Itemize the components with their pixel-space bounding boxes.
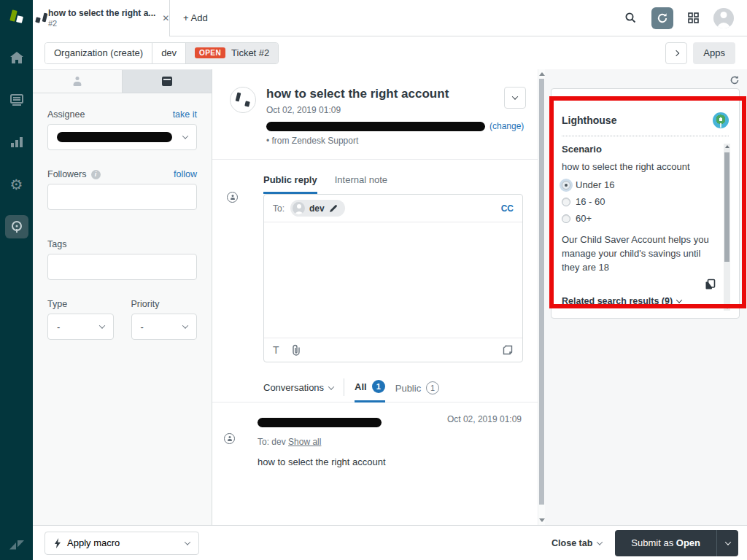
type-label: Type (47, 299, 67, 309)
close-tab-dropdown[interactable]: Close tab (551, 538, 602, 548)
scroll-down-icon[interactable] (725, 306, 729, 309)
copy-icon[interactable] (705, 279, 716, 290)
search-icon[interactable] (624, 12, 637, 24)
reply-editor: To: dev CC T (263, 194, 523, 362)
app-scrollbar[interactable] (724, 144, 730, 311)
ticket-main: how to select the right account Oct 02, … (212, 69, 538, 525)
chevron-right-icon (673, 50, 679, 55)
nav-reports[interactable] (5, 131, 28, 154)
grid-apps-icon[interactable] (688, 12, 699, 23)
ticket-label: Ticket #2 (231, 47, 269, 58)
gear-icon: ⚙ (10, 177, 23, 192)
scenario-text: how to select the right account (562, 161, 716, 172)
zendesk-product-logo (0, 0, 33, 33)
refresh-icon (657, 12, 668, 24)
text-format-icon[interactable]: T (273, 344, 279, 356)
conversations-dropdown[interactable]: Conversations (263, 382, 333, 402)
scrollbar-thumb[interactable] (724, 152, 729, 262)
to-label: To: (273, 203, 285, 214)
breadcrumb-ticket[interactable]: OPEN Ticket #2 (185, 43, 278, 63)
zendesk-logo-icon (9, 9, 25, 25)
age-options: Under 16 16 - 60 60+ (562, 179, 716, 224)
tab-all-conversations[interactable]: All 1 (355, 380, 385, 402)
nav-settings[interactable]: ⚙ (5, 173, 28, 196)
scenario-label: Scenario (562, 144, 716, 155)
zendesk-z-logo (9, 540, 24, 550)
refresh-button[interactable] (651, 7, 673, 29)
nav-home[interactable] (5, 46, 28, 69)
add-tab-button[interactable]: + Add (183, 12, 208, 23)
show-all-link[interactable]: Show all (288, 437, 321, 447)
app-scroll-area: Scenario how to select the right account… (562, 144, 729, 306)
reply-textarea[interactable] (264, 222, 522, 338)
ticket-brand-avatar (230, 87, 256, 113)
bottom-bar: Apply macro Close tab Submit as Open (33, 525, 747, 560)
chevron-down-icon (597, 539, 603, 545)
divider (344, 378, 344, 396)
follow-link[interactable]: follow (174, 169, 197, 179)
radio-60-plus[interactable]: 60+ (562, 213, 716, 224)
tab-public-conversations[interactable]: Public 1 (395, 381, 439, 402)
pencil-icon (329, 204, 338, 213)
apps-toolbar-icon[interactable] (502, 344, 514, 356)
chevron-down-icon (182, 133, 188, 139)
assignee-select[interactable] (47, 124, 197, 150)
scroll-up-icon[interactable] (539, 72, 545, 76)
scrollbar-thumb[interactable] (539, 79, 544, 505)
home-icon (10, 52, 23, 63)
breadcrumb-requester[interactable]: dev (152, 43, 185, 63)
breadcrumb: Organization (create) dev OPEN Ticket #2 (44, 42, 279, 64)
tags-input[interactable] (47, 254, 197, 280)
radio-icon (562, 198, 570, 206)
followers-input[interactable] (47, 184, 197, 210)
related-results-link[interactable]: Related search results (9) (562, 296, 716, 306)
tab-internal-note[interactable]: Internal note (335, 174, 387, 194)
chevron-down-icon (328, 384, 334, 389)
recipient-name: dev (309, 203, 325, 214)
person-icon (73, 77, 82, 86)
type-select[interactable]: - (47, 314, 114, 340)
message-to-line: To: dev (258, 437, 286, 447)
reply-tabs: Public reply Internal note (263, 174, 523, 194)
collapse-panel-button[interactable] (665, 42, 687, 64)
apply-macro-label: Apply macro (67, 537, 120, 548)
zendesk-app: ⚙ how to select the right a... #2 ✕ + Ad… (0, 0, 747, 560)
sidebar-tab-ticket-fields[interactable] (123, 70, 212, 93)
tab-close-icon[interactable]: ✕ (162, 13, 169, 23)
nav-apps-selected[interactable] (5, 215, 28, 238)
main-scrollbar[interactable] (538, 69, 545, 525)
radio-under-16[interactable]: Under 16 (562, 179, 716, 190)
apps-toggle-button[interactable]: Apps (693, 42, 735, 64)
submit-status: Open (676, 537, 700, 548)
submit-options-button[interactable] (716, 530, 738, 556)
submit-as-open-button[interactable]: Submit as Open (615, 530, 716, 556)
ticket-actions-button[interactable] (504, 87, 526, 109)
cc-link[interactable]: CC (501, 203, 514, 214)
open-ticket-tab[interactable]: how to select the right a... #2 ✕ (33, 0, 170, 36)
breadcrumb-organization[interactable]: Organization (create) (45, 43, 152, 63)
recipient-pill[interactable]: dev (290, 200, 345, 217)
scroll-up-icon[interactable] (725, 145, 729, 148)
scroll-down-icon[interactable] (539, 518, 545, 522)
info-icon: i (91, 170, 101, 179)
ticket-date: Oct 02, 2019 01:09 (266, 105, 524, 115)
app-title: Lighthouse (562, 114, 616, 126)
apply-macro-select[interactable]: Apply macro (44, 532, 199, 555)
reload-apps-icon[interactable] (729, 75, 740, 85)
take-it-link[interactable]: take it (173, 109, 197, 120)
radio-16-60[interactable]: 16 - 60 (562, 196, 716, 207)
assignee-label: Assignee (47, 109, 85, 120)
nav-views[interactable] (5, 88, 28, 112)
user-avatar[interactable] (713, 8, 734, 28)
sidebar-tab-requester[interactable] (33, 70, 123, 93)
lightning-icon (54, 538, 61, 548)
recipient-avatar (293, 202, 305, 214)
tab-public-reply[interactable]: Public reply (263, 174, 317, 194)
ticket-fields-icon (162, 77, 172, 86)
collapse-app-icon[interactable]: x (562, 93, 570, 102)
chevron-down-icon (185, 539, 190, 545)
attachment-icon[interactable] (291, 344, 301, 356)
change-link[interactable]: (change) (489, 121, 524, 131)
priority-select[interactable]: - (131, 314, 198, 340)
tags-label: Tags (47, 239, 66, 249)
